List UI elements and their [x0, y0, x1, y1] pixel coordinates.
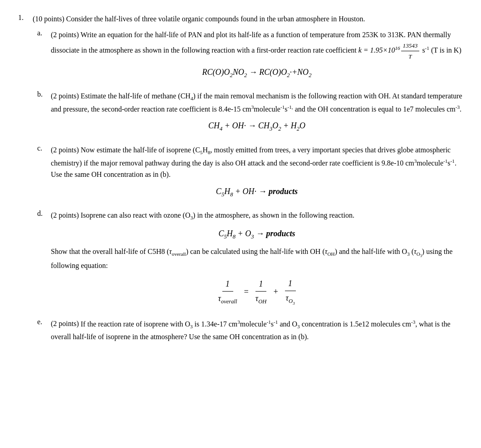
part-a-label: a.: [37, 29, 47, 84]
k-formula: k = 1.95×101613543T: [358, 46, 422, 54]
part-c: c. (2 points) Now estimate the half-life…: [37, 144, 463, 203]
frac-lhs: 1 τoverall: [218, 278, 237, 306]
part-d-label: d.: [37, 209, 47, 312]
frac-rhs: 1 τO3: [285, 277, 296, 306]
part-c-points: (2 points): [51, 146, 79, 154]
part-b-text: Estimate the half-life of methane (CH4) …: [51, 92, 462, 112]
problem-number: 1.: [18, 14, 29, 349]
frac-mid: 1 τOH: [255, 278, 267, 306]
part-e-content: (2 points) If the reaction rate of isopr…: [51, 318, 463, 342]
part-d-text1: Isoprene can also react with ozone (O3) …: [81, 211, 354, 219]
frac-mid-den: τOH: [255, 292, 267, 306]
part-c-label: c.: [37, 144, 47, 203]
problem-title: (10 points) Consider the half-lives of t…: [33, 14, 463, 24]
part-d-content: (2 points) Isoprene can also react with …: [51, 209, 463, 312]
problem-content: (10 points) Consider the half-lives of t…: [33, 14, 463, 349]
frac-lhs-num: 1: [222, 278, 233, 292]
part-e-text: If the reaction rate of isoprene with O3…: [51, 320, 451, 341]
part-a: a. (2 points) Write an equation for the …: [37, 29, 463, 84]
part-c-equation: C5H8 + OH· → products: [51, 185, 463, 199]
part-b-equation: CH4 + OH· → CH3O2 + H2O: [51, 119, 463, 133]
overall-equation: 1 τoverall = 1 τOH + 1 τO3: [51, 277, 463, 306]
plus-sign: +: [273, 285, 278, 298]
frac-mid-num: 1: [255, 278, 266, 292]
part-d-equation: C5H8 + O3 → products: [51, 227, 463, 241]
frac-lhs-den: τoverall: [218, 292, 237, 306]
part-b-label: b.: [37, 90, 47, 138]
part-b-points: (2 points): [51, 92, 79, 100]
part-b-content: (2 points) Estimate the half-life of met…: [51, 90, 463, 138]
frac-rhs-num: 1: [285, 277, 296, 291]
part-e-points: (2 points): [51, 320, 79, 328]
problem-1: 1. (10 points) Consider the half-lives o…: [18, 14, 463, 349]
part-a-points: (2 points): [51, 31, 79, 39]
equals-sign: =: [244, 285, 249, 298]
part-d-points: (2 points): [51, 211, 79, 219]
k-units: s-1 (T is in K): [422, 46, 461, 54]
part-d-text2: Show that the overall half-life of C5H8 …: [51, 245, 463, 272]
part-e: e. (2 points) If the reaction rate of is…: [37, 318, 463, 342]
sub-parts: a. (2 points) Write an equation for the …: [37, 29, 463, 342]
frac-rhs-den: τO3: [286, 291, 295, 306]
part-c-content: (2 points) Now estimate the half-life of…: [51, 144, 463, 203]
part-b: b. (2 points) Estimate the half-life of …: [37, 90, 463, 138]
part-e-label: e.: [37, 318, 47, 342]
part-c-text: Now estimate the half-life of isoprene (…: [51, 146, 456, 178]
part-a-content: (2 points) Write an equation for the hal…: [51, 29, 463, 84]
part-d: d. (2 points) Isoprene can also react wi…: [37, 209, 463, 312]
part-a-equation: RC(O)O2NO2 → RC(O)O2·+NO2: [51, 66, 463, 80]
